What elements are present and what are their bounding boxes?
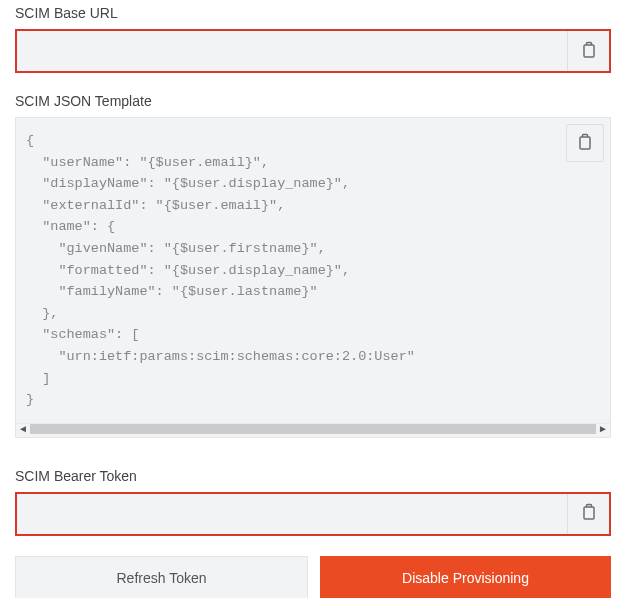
svg-rect-0 xyxy=(584,45,594,57)
clipboard-icon xyxy=(581,41,597,62)
action-button-row: Refresh Token Disable Provisioning xyxy=(15,556,611,598)
scim-json-template-box: { "userName": "{$user.email}", "displayN… xyxy=(15,117,611,438)
horizontal-scrollbar[interactable]: ◄ ► xyxy=(16,423,610,437)
clipboard-icon xyxy=(581,503,597,524)
scim-json-template-label: SCIM JSON Template xyxy=(15,93,611,109)
copy-base-url-button[interactable] xyxy=(567,31,609,71)
refresh-token-button[interactable]: Refresh Token xyxy=(15,556,308,598)
disable-provisioning-button[interactable]: Disable Provisioning xyxy=(320,556,611,598)
clipboard-icon xyxy=(577,133,593,154)
svg-rect-2 xyxy=(584,507,594,519)
svg-rect-1 xyxy=(580,137,590,149)
scim-bearer-token-input[interactable] xyxy=(17,494,567,534)
scim-base-url-label: SCIM Base URL xyxy=(15,5,611,21)
scrollbar-track xyxy=(30,424,596,434)
scim-base-url-input[interactable] xyxy=(17,31,567,71)
copy-bearer-token-button[interactable] xyxy=(567,494,609,534)
scim-base-url-field xyxy=(15,29,611,73)
scim-bearer-token-field xyxy=(15,492,611,536)
copy-json-template-button[interactable] xyxy=(566,124,604,162)
scroll-right-arrow-icon: ► xyxy=(598,424,608,434)
scim-json-template-content[interactable]: { "userName": "{$user.email}", "displayN… xyxy=(16,118,610,423)
scim-bearer-token-label: SCIM Bearer Token xyxy=(15,468,611,484)
scroll-left-arrow-icon: ◄ xyxy=(18,424,28,434)
